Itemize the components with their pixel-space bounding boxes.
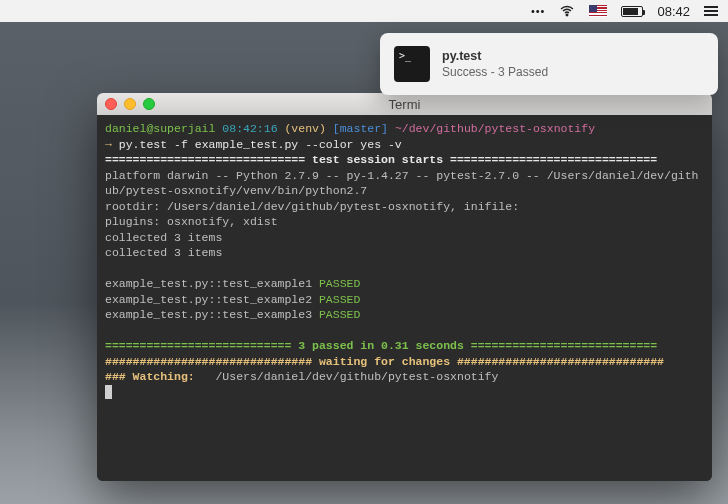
macos-menubar: 08:42	[0, 0, 728, 22]
wifi-icon[interactable]	[559, 3, 575, 19]
prompt-symbol: →	[105, 138, 112, 151]
window-title: Termi	[97, 97, 712, 112]
plugins-line: plugins: osxnotify, xdist	[105, 215, 278, 228]
notification-banner[interactable]: >_ py.test Success - 3 Passed	[380, 33, 718, 95]
test-name: example_test.py::test_example2	[105, 293, 312, 306]
rootdir-line: rootdir: /Users/daniel/dev/github/pytest…	[105, 200, 519, 213]
notification-title: py.test	[442, 49, 548, 63]
test-status: PASSED	[319, 308, 360, 321]
command-text: py.test -f example_test.py --color yes -…	[119, 138, 402, 151]
notification-text: py.test Success - 3 Passed	[442, 49, 548, 79]
test-status: PASSED	[319, 293, 360, 306]
notification-subtitle: Success - 3 Passed	[442, 65, 548, 79]
test-name: example_test.py::test_example1	[105, 277, 312, 290]
window-titlebar[interactable]: Termi	[97, 93, 712, 115]
test-status: PASSED	[319, 277, 360, 290]
test-name: example_test.py::test_example3	[105, 308, 312, 321]
platform-line: platform darwin -- Python 2.7.9 -- py-1.…	[105, 169, 699, 198]
session-header: ============================= test sessi…	[105, 153, 657, 166]
prompt-branch: [master]	[333, 122, 388, 135]
prompt-venv: (venv)	[284, 122, 325, 135]
prompt-time: 08:42:16	[222, 122, 277, 135]
watching-label: ### Watching:	[105, 370, 195, 383]
prompt-user-host: daniel@superjail	[105, 122, 215, 135]
terminal-app-icon: >_	[394, 46, 430, 82]
collected-line: collected 3 items	[105, 231, 222, 244]
battery-icon[interactable]	[621, 6, 643, 17]
menubar-clock[interactable]: 08:42	[657, 4, 690, 19]
notification-center-icon[interactable]	[704, 6, 718, 16]
terminal-content[interactable]: daniel@superjail 08:42:16 (venv) [master…	[97, 115, 712, 481]
terminal-window: Termi daniel@superjail 08:42:16 (venv) […	[97, 93, 712, 481]
terminal-cursor	[105, 385, 112, 399]
menu-extra-icon[interactable]	[531, 5, 546, 17]
prompt-cwd: ~/dev/github/pytest-osxnotify	[395, 122, 595, 135]
summary-line: =========================== 3 passed in …	[105, 339, 657, 352]
svg-point-0	[567, 14, 569, 16]
collected-line: collected 3 items	[105, 246, 222, 259]
input-source-flag-icon[interactable]	[589, 5, 607, 17]
watching-path: /Users/daniel/dev/github/pytest-osxnotif…	[215, 370, 498, 383]
waiting-line: ############################## waiting f…	[105, 355, 664, 368]
